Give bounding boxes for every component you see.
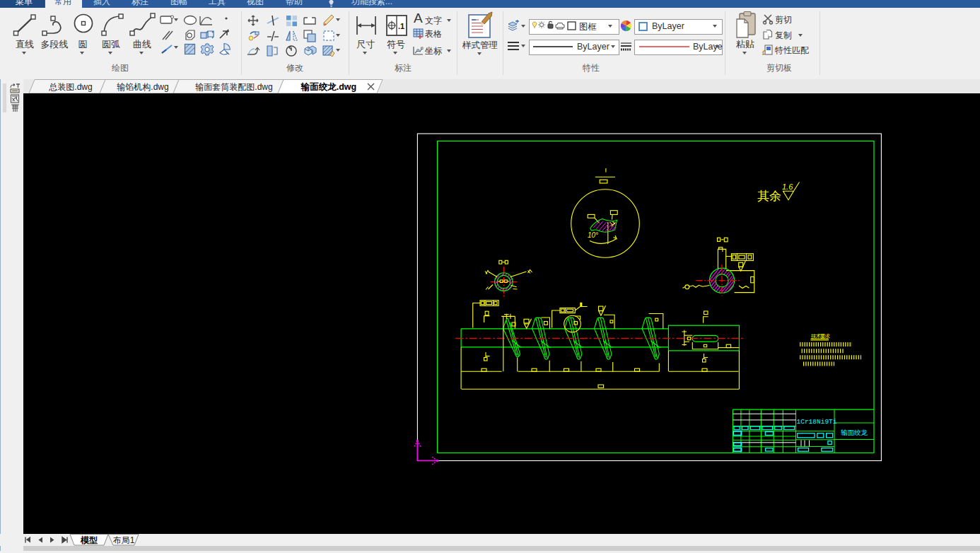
svg-text:模型: 模型 bbox=[80, 535, 98, 545]
svg-text:技术要求: 技术要求 bbox=[810, 333, 831, 339]
svg-text:10°: 10° bbox=[588, 231, 598, 239]
svg-text:输面套筒装配图.dwg: 输面套筒装配图.dwg bbox=[195, 82, 272, 92]
svg-text:1Cr18Ni9Ti: 1Cr18Ni9Ti bbox=[797, 418, 837, 426]
svg-text:总装图.dwg: 总装图.dwg bbox=[48, 82, 92, 92]
svg-text:输面绞龙: 输面绞龙 bbox=[841, 429, 868, 436]
svg-text:布局1: 布局1 bbox=[113, 535, 135, 545]
svg-text:输面绞龙.dwg: 输面绞龙.dwg bbox=[301, 82, 356, 92]
svg-text:1.6: 1.6 bbox=[782, 182, 793, 191]
svg-text:其余: 其余 bbox=[757, 190, 781, 203]
svg-text:输馅机构.dwg: 输馅机构.dwg bbox=[117, 82, 168, 92]
svg-text:.1: .1 bbox=[398, 22, 404, 30]
